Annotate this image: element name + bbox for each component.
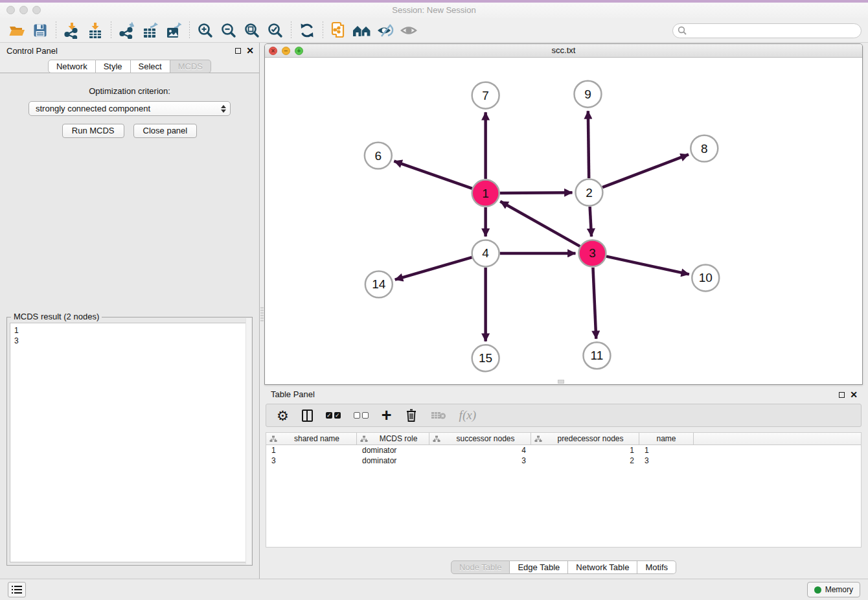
search-input[interactable] xyxy=(672,23,862,38)
graph-node-2[interactable]: 2 xyxy=(575,179,602,206)
export-image-icon xyxy=(165,22,182,39)
graph-node-4[interactable]: 4 xyxy=(472,240,499,266)
network-zoom-button[interactable]: + xyxy=(295,47,303,55)
clone-network-button[interactable] xyxy=(327,20,350,41)
open-session-button[interactable] xyxy=(5,20,29,41)
graph-node-8[interactable]: 8 xyxy=(691,135,718,162)
table-row[interactable]: 1dominator411 xyxy=(266,445,861,456)
zoom-fit-content-button[interactable] xyxy=(240,20,264,41)
graph-edge-2-9[interactable] xyxy=(588,111,589,178)
toolbar-separator xyxy=(291,21,291,40)
mcds-result-list[interactable]: 13 xyxy=(10,323,249,562)
column-header-successor-nodes[interactable]: successor nodes xyxy=(429,433,531,444)
graph-node-11[interactable]: 11 xyxy=(583,342,610,369)
graph-edge-1-6[interactable] xyxy=(394,161,472,189)
toolbar-separator xyxy=(189,21,190,40)
export-network-button[interactable] xyxy=(115,20,139,41)
status-bar: Memory xyxy=(0,579,868,600)
graph-edge-2-8[interactable] xyxy=(602,154,689,187)
graph-node-3[interactable]: 3 xyxy=(578,240,606,266)
add-column-button[interactable]: + xyxy=(382,409,392,422)
window-zoom-button[interactable] xyxy=(32,6,41,14)
zoom-out-button[interactable] xyxy=(217,20,240,41)
graph-edge-3-1[interactable] xyxy=(500,202,580,246)
export-image-button[interactable] xyxy=(162,20,185,41)
tab-edge-table[interactable]: Edge Table xyxy=(510,560,568,574)
tab-mcds[interactable]: MCDS xyxy=(170,60,211,73)
column-header-predecessor-nodes[interactable]: predecessor nodes xyxy=(531,433,639,444)
table-cell: 3 xyxy=(429,456,531,465)
list-icon xyxy=(12,585,22,594)
canvas-resize-grip[interactable] xyxy=(558,380,564,384)
graph-node-7[interactable]: 7 xyxy=(472,82,499,109)
close-panel-button[interactable]: Close panel xyxy=(133,124,198,138)
splitter-grip-icon[interactable] xyxy=(260,307,264,321)
network-canvas-container: 7968124314101511 xyxy=(265,58,862,384)
delete-columns-button[interactable] xyxy=(405,408,418,422)
import-table-from-file-button[interactable] xyxy=(84,20,107,41)
first-neighbors-button[interactable] xyxy=(350,20,374,41)
tab-select[interactable]: Select xyxy=(131,60,170,73)
deselect-all-rows-button[interactable] xyxy=(354,412,369,419)
graph-edge-4-14[interactable] xyxy=(395,257,472,280)
column-header-mcds-role[interactable]: MCDS role xyxy=(357,433,429,444)
table-cell: 1 xyxy=(531,446,639,455)
hide-selected-button[interactable] xyxy=(374,20,397,41)
checked-box-icon: ✓ xyxy=(326,412,332,419)
graph-node-6[interactable]: 6 xyxy=(365,143,392,169)
network-minimize-button[interactable]: − xyxy=(282,47,290,55)
graph-node-1[interactable]: 1 xyxy=(472,180,499,207)
table-row[interactable]: 3dominator323 xyxy=(266,456,861,466)
save-session-button[interactable] xyxy=(29,20,52,41)
graph-edge-3-10[interactable] xyxy=(606,257,689,275)
toolbar-separator xyxy=(323,21,323,40)
graph-node-label: 3 xyxy=(589,246,596,260)
apply-preferred-layout-button[interactable] xyxy=(295,20,319,41)
graph-node-9[interactable]: 9 xyxy=(574,81,601,108)
delete-table-button[interactable] xyxy=(431,410,446,421)
close-panel-icon[interactable]: ✕ xyxy=(246,47,254,54)
tab-network[interactable]: Network xyxy=(48,60,96,73)
graph-node-10[interactable]: 10 xyxy=(692,264,719,291)
function-builder-button[interactable]: f(x) xyxy=(459,408,476,422)
float-table-panel-icon[interactable] xyxy=(839,392,845,398)
graph-node-15[interactable]: 15 xyxy=(472,345,499,371)
zoom-in-button[interactable] xyxy=(194,20,217,41)
memory-button[interactable]: Memory xyxy=(807,582,860,597)
task-history-button[interactable] xyxy=(8,582,26,597)
panel-splitter[interactable] xyxy=(259,43,264,579)
table-toolbar: ⚙ ✓✓ + xyxy=(266,404,862,427)
show-all-button[interactable] xyxy=(397,20,420,41)
result-scrollbar[interactable] xyxy=(246,318,251,564)
import-network-from-file-button[interactable] xyxy=(60,20,84,41)
table-body: 1dominator4113dominator323 xyxy=(266,445,861,466)
window-minimize-button[interactable] xyxy=(19,6,28,14)
export-network-icon xyxy=(119,22,135,39)
graph-node-14[interactable]: 14 xyxy=(365,271,393,297)
column-header-shared-name[interactable]: shared name xyxy=(266,433,357,444)
tab-style[interactable]: Style xyxy=(96,60,131,73)
tab-motifs[interactable]: Motifs xyxy=(637,560,676,574)
zoom-selected-region-button[interactable] xyxy=(264,20,287,41)
show-all-eye-icon xyxy=(400,23,418,38)
control-panel-header: Control Panel ✕ xyxy=(0,43,259,60)
window-close-button[interactable] xyxy=(6,6,15,14)
graph-edge-1-2[interactable] xyxy=(500,192,573,193)
close-table-panel-icon[interactable]: ✕ xyxy=(850,391,858,398)
table-cell: 3 xyxy=(266,456,357,465)
tab-network-table[interactable]: Network Table xyxy=(568,560,637,574)
network-canvas[interactable]: 7968124314101511 xyxy=(265,58,862,384)
memory-button-label: Memory xyxy=(825,585,853,594)
float-panel-icon[interactable] xyxy=(235,48,241,54)
network-close-button[interactable]: × xyxy=(269,47,277,55)
table-options-button[interactable]: ⚙ xyxy=(277,409,289,422)
column-header-name[interactable]: name xyxy=(639,433,694,444)
show-column-panel-button[interactable] xyxy=(302,410,313,422)
graph-edge-2-3[interactable] xyxy=(590,207,591,237)
select-all-rows-button[interactable]: ✓✓ xyxy=(326,412,341,419)
optimization-criterion-select[interactable]: strongly connected component xyxy=(29,101,231,116)
tab-node-table[interactable]: Node Table xyxy=(451,560,510,574)
run-mcds-button[interactable]: Run MCDS xyxy=(62,124,124,138)
graph-edge-3-11[interactable] xyxy=(593,268,596,339)
export-table-button[interactable] xyxy=(139,20,162,41)
